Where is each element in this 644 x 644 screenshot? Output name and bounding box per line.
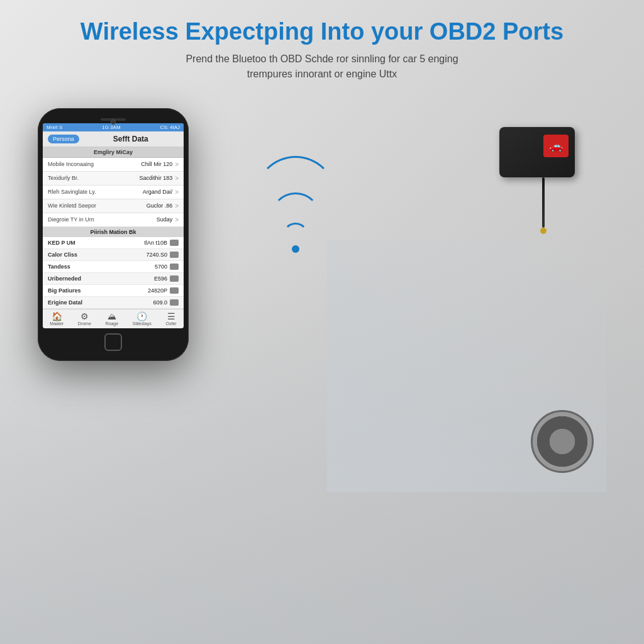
wifi-arc-inner bbox=[283, 223, 308, 248]
data-indicator bbox=[170, 299, 179, 306]
obd-logo: 🚗 bbox=[543, 135, 569, 157]
data-label: Erigine Datal bbox=[48, 299, 153, 306]
data-row[interactable]: KED P UM tlAn t10B bbox=[43, 237, 184, 249]
app-title: Sefft Data bbox=[83, 135, 179, 143]
nav-other-label: Oxfer bbox=[166, 321, 177, 326]
row-arrow: > bbox=[175, 175, 179, 182]
network-text: 1G 3AM bbox=[102, 125, 120, 130]
data-value: tlAn t10B bbox=[144, 240, 167, 246]
row-value: Suday bbox=[157, 216, 173, 223]
row-label: Mobile Inconaaing bbox=[48, 161, 141, 167]
nav-stats[interactable]: 🕐 Stilestays bbox=[133, 312, 152, 326]
home-icon: 🏠 bbox=[52, 312, 62, 321]
nav-route-label: Roage bbox=[106, 321, 119, 326]
nav-drive[interactable]: ⚙ Drome bbox=[78, 312, 91, 326]
data-row[interactable]: Erigine Datal 609.0 bbox=[43, 297, 184, 309]
right-section: 🚗 bbox=[201, 102, 606, 492]
car-wheel bbox=[531, 410, 594, 473]
nav-stats-label: Stilestays bbox=[133, 321, 152, 326]
data-indicator bbox=[170, 264, 179, 270]
stats-icon: 🕐 bbox=[136, 312, 147, 321]
row-value: Argand Dai/ bbox=[143, 189, 173, 195]
sub-title: Prend the Bluetoo th OBD Schde ror sinnl… bbox=[25, 52, 619, 82]
nav-drive-label: Drome bbox=[78, 321, 91, 326]
table-section-1: Emgliry MiCay Mobile Inconaaing Chill Mi… bbox=[43, 147, 184, 227]
sub-title-line1: Prend the Bluetoo th OBD Schde ror sinnl… bbox=[186, 53, 458, 64]
data-row[interactable]: Calor Cliss 7240.S0 bbox=[43, 249, 184, 261]
row-value: Guclor .86 bbox=[147, 203, 173, 209]
table-row[interactable]: Diegroie TY in Urn Suday > bbox=[43, 213, 184, 227]
row-arrow: > bbox=[175, 203, 179, 209]
section2-rows: KED P UM tlAn t10B Calor Cliss 7240.S0 T… bbox=[43, 237, 184, 309]
obd-cable bbox=[542, 177, 545, 228]
obd-tip bbox=[540, 228, 547, 234]
data-label: Calor Cliss bbox=[48, 252, 146, 258]
wifi-dot bbox=[292, 245, 299, 253]
data-row[interactable]: Big Patiures 24820P bbox=[43, 285, 184, 297]
nav-home-label: Maater bbox=[50, 321, 64, 326]
table-row[interactable]: Texidurly Br. Sacdithir 183 > bbox=[43, 172, 184, 186]
row-value: Chill Mir 120 bbox=[141, 161, 172, 167]
page-wrapper: Wireless Expectping Into your OBD2 Ports… bbox=[0, 0, 644, 644]
row-label: Diegroie TY in Urn bbox=[48, 216, 157, 223]
row-label: Rleh Savinglate Ly. bbox=[48, 189, 143, 195]
data-label: Tandess bbox=[48, 264, 155, 270]
data-value: 5700 bbox=[155, 264, 167, 270]
data-indicator bbox=[170, 275, 179, 282]
phone: Mnirt S 1G 3AM CS: 4tAJ Persona Sefft Da… bbox=[38, 108, 189, 361]
data-label: Big Patiures bbox=[48, 287, 148, 294]
table-row[interactable]: Mobile Inconaaing Chill Mir 120 > bbox=[43, 158, 184, 172]
main-area: Mnirt S 1G 3AM CS: 4tAJ Persona Sefft Da… bbox=[0, 89, 644, 492]
nav-other[interactable]: ☰ Oxfer bbox=[166, 312, 177, 326]
app-header: Persona Sefft Data bbox=[43, 131, 184, 147]
row-arrow: > bbox=[175, 189, 179, 196]
row-value: Sacdithir 183 bbox=[140, 175, 173, 181]
data-indicator bbox=[170, 240, 179, 246]
data-indicator bbox=[170, 287, 179, 294]
row-label: Wie Kinletd Seepor bbox=[48, 203, 147, 209]
row-arrow: > bbox=[175, 216, 179, 223]
data-value: E596 bbox=[154, 275, 167, 282]
section1-header: Emgliry MiCay bbox=[43, 147, 184, 158]
phone-screen: Mnirt S 1G 3AM CS: 4tAJ Persona Sefft Da… bbox=[43, 123, 184, 328]
data-value: 24820P bbox=[148, 287, 167, 294]
main-title: Wireless Expectping Into your OBD2 Ports bbox=[25, 18, 619, 47]
phone-wrapper: Mnirt S 1G 3AM CS: 4tAJ Persona Sefft Da… bbox=[38, 108, 201, 361]
nav-home[interactable]: 🏠 Maater bbox=[50, 312, 64, 326]
back-button[interactable]: Persona bbox=[48, 135, 79, 143]
sub-title-line2: trempures innorant or engine Uttx bbox=[247, 69, 397, 79]
row-arrow: > bbox=[175, 161, 179, 168]
carrier-text: Mnirt S bbox=[47, 125, 62, 130]
nav-route[interactable]: ⛰ Roage bbox=[106, 312, 119, 326]
bottom-nav: 🏠 Maater ⚙ Drome ⛰ Roage 🕐 bbox=[43, 309, 184, 328]
section1-rows: Mobile Inconaaing Chill Mir 120 > Texidu… bbox=[43, 158, 184, 227]
data-indicator bbox=[170, 252, 179, 258]
data-value: 609.0 bbox=[153, 299, 167, 306]
signal-text: CS: 4tAJ bbox=[160, 125, 180, 130]
phone-camera bbox=[111, 119, 116, 125]
data-row[interactable]: Uriberneded E596 bbox=[43, 273, 184, 285]
section2-header: Piirish Mation Bk bbox=[43, 227, 184, 237]
data-row[interactable]: Tandess 5700 bbox=[43, 261, 184, 273]
obd-icon: 🚗 bbox=[549, 139, 563, 153]
header-section: Wireless Expectping Into your OBD2 Ports… bbox=[0, 0, 644, 89]
table-row[interactable]: Rleh Savinglate Ly. Argand Dai/ > bbox=[43, 186, 184, 199]
data-value: 7240.S0 bbox=[146, 252, 167, 258]
row-label: Texidurly Br. bbox=[48, 175, 140, 181]
menu-icon: ☰ bbox=[167, 312, 175, 321]
drive-icon: ⚙ bbox=[80, 312, 89, 321]
data-label: Uriberneded bbox=[48, 275, 154, 282]
route-icon: ⛰ bbox=[108, 312, 116, 321]
obd-device: 🚗 bbox=[499, 127, 587, 234]
table-row[interactable]: Wie Kinletd Seepor Guclor .86 > bbox=[43, 199, 184, 213]
data-label: KED P UM bbox=[48, 240, 144, 246]
phone-home-button[interactable] bbox=[104, 333, 122, 351]
wifi-signal bbox=[239, 140, 352, 253]
table-section-2: Piirish Mation Bk KED P UM tlAn t10B Cal… bbox=[43, 227, 184, 309]
obd-body: 🚗 bbox=[499, 127, 575, 177]
